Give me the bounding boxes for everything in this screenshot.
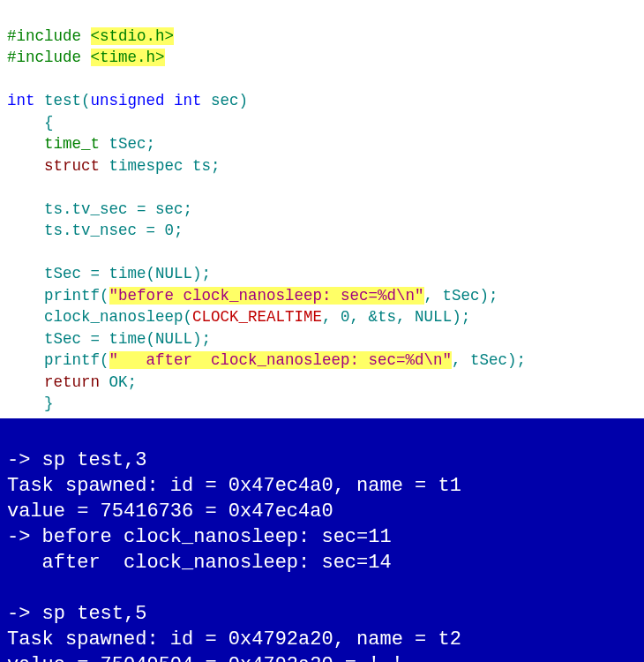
printf-str: " after clock_nanosleep: sec=%d\n" bbox=[109, 351, 453, 369]
stmt: ts.tv_sec = sec; bbox=[7, 200, 192, 218]
printf-args: , tSec); bbox=[424, 287, 498, 305]
term-line: -> before clock_nanosleep: sec=11 bbox=[7, 526, 392, 548]
term-line: value = 75049504 = 0x4792a20 = ' ' bbox=[7, 654, 403, 662]
kw-return: return bbox=[7, 373, 100, 391]
param-sec: sec bbox=[202, 92, 239, 109]
preproc-include: #include bbox=[7, 27, 91, 45]
fn-name: test bbox=[35, 92, 82, 109]
kw-unsigned-int: unsigned int bbox=[91, 92, 202, 109]
stmt: tSec = time(NULL); bbox=[7, 265, 211, 282]
type-timespec: timespec bbox=[100, 157, 183, 175]
term-line: after clock_nanosleep: sec=14 bbox=[7, 552, 392, 574]
term-line: -> sp test,3 bbox=[7, 449, 146, 471]
var-ts: ts; bbox=[183, 157, 221, 175]
term-line: Task spawned: id = 0x4792a20, name = t2 bbox=[7, 628, 461, 651]
brace-open: { bbox=[7, 114, 54, 132]
printf-args: , tSec); bbox=[452, 351, 526, 369]
header-stdio: <stdio.h> bbox=[91, 27, 175, 45]
literal-zero: 0 bbox=[341, 308, 350, 326]
type-time-t: time_t bbox=[7, 135, 100, 153]
kw-int: int bbox=[7, 92, 35, 109]
preproc-include: #include bbox=[7, 49, 91, 66]
comma: , bbox=[322, 308, 341, 326]
terminal-pane: -> sp test,3 Task spawned: id = 0x47ec4a… bbox=[0, 418, 644, 663]
code-editor-pane: #include <stdio.h> #include <time.h> int… bbox=[0, 0, 644, 418]
printf-call: printf( bbox=[7, 287, 109, 305]
paren: ) bbox=[239, 92, 249, 109]
term-line: -> sp test,5 bbox=[7, 603, 146, 625]
clock-nanosleep-call: clock_nanosleep( bbox=[7, 308, 192, 326]
term-line: Task spawned: id = 0x47ec4a0, name = t1 bbox=[7, 475, 461, 497]
kw-struct: struct bbox=[7, 157, 100, 175]
literal-zero: 0 bbox=[165, 222, 175, 239]
term-line: value = 75416736 = 0x47ec4a0 bbox=[7, 500, 333, 523]
args-rest: , &ts, NULL); bbox=[350, 308, 471, 326]
var-tsec: tSec; bbox=[100, 135, 155, 153]
clock-realtime: CLOCK_REALTIME bbox=[192, 308, 322, 326]
printf-str: "before clock_nanosleep: sec=%d\n" bbox=[109, 287, 424, 305]
semicolon: ; bbox=[174, 222, 183, 239]
stmt: ts.tv_nsec = bbox=[7, 222, 165, 239]
header-time: <time.h> bbox=[91, 49, 165, 66]
printf-call: printf( bbox=[7, 351, 109, 369]
paren: ( bbox=[81, 92, 91, 109]
brace-close: } bbox=[7, 395, 54, 412]
return-ok: OK; bbox=[100, 373, 137, 391]
stmt: tSec = time(NULL); bbox=[7, 330, 211, 348]
